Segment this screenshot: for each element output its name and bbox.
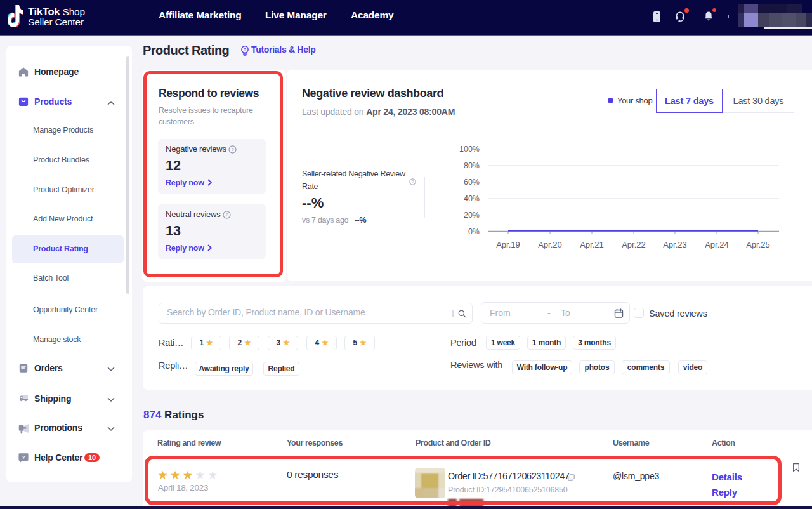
svg-text:?: ? (231, 147, 234, 152)
svg-text:Apr.25: Apr.25 (746, 240, 770, 249)
svg-text:?: ? (22, 454, 25, 460)
svg-text:60%: 60% (464, 178, 480, 187)
svg-text:Apr.21: Apr.21 (580, 240, 604, 249)
svg-text:40%: 40% (464, 194, 480, 203)
svg-text:Apr.22: Apr.22 (622, 240, 646, 249)
svg-text:Apr.24: Apr.24 (705, 240, 729, 249)
svg-text:Apr.20: Apr.20 (538, 240, 562, 249)
svg-text:?: ? (244, 47, 247, 53)
svg-text:0%: 0% (468, 227, 480, 236)
svg-text:100%: 100% (459, 145, 480, 154)
svg-text:80%: 80% (464, 161, 480, 170)
svg-text:20%: 20% (464, 211, 480, 220)
svg-text:Apr.19: Apr.19 (496, 240, 520, 249)
svg-text:?: ? (225, 212, 228, 218)
svg-text:Apr.23: Apr.23 (663, 240, 687, 249)
svg-text:?: ? (412, 180, 414, 184)
